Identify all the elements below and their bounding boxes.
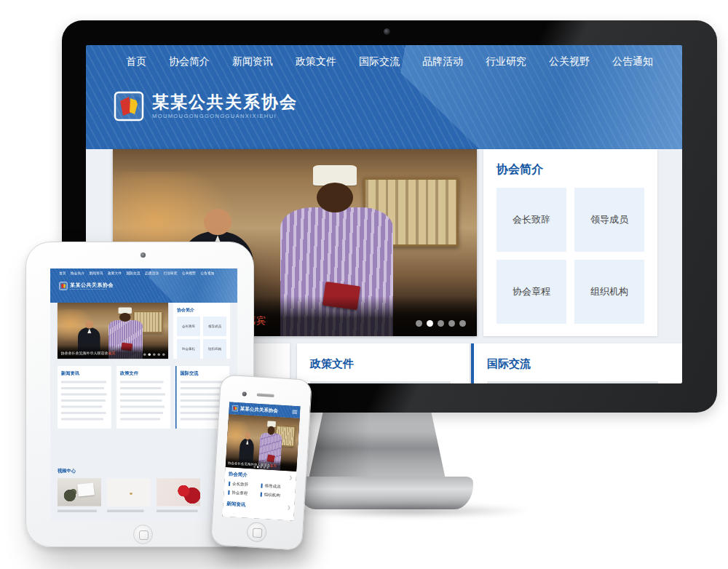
text-line (61, 394, 107, 396)
main-nav: 首页协会简介新闻资讯政策文件国际交流品牌活动行业研究公关视野公告通知 (86, 45, 682, 78)
nav-item[interactable]: 国际交流 (359, 55, 400, 68)
about-button[interactable]: 组织机构 (574, 260, 644, 324)
nav-item[interactable]: 行业研究 (164, 271, 178, 276)
nav-item[interactable]: 行业研究 (486, 55, 526, 68)
site-title: 某某公共关系协会 (152, 93, 298, 111)
about-button[interactable]: 协会章程 (496, 260, 566, 324)
nav-item[interactable]: 协会简介 (71, 271, 84, 276)
tablet-video-section: 视频中心 (58, 467, 230, 512)
phone-device: 某某公共关系协会 协会会长会见海外华人联谊会嘉宾 协会简介 ❯ 会长致辞领导成员… (210, 374, 312, 550)
about-button[interactable]: 领导成员 (203, 317, 226, 336)
tablet-home-button[interactable] (133, 525, 153, 544)
carousel-dot[interactable] (416, 320, 422, 327)
carousel-dot[interactable] (459, 320, 466, 327)
phone-about-item[interactable]: 组织机构 (261, 492, 291, 499)
carousel-dots (416, 320, 466, 327)
phone-about-item[interactable]: 会长致辞 (229, 481, 259, 488)
tablet-nav: 首页协会简介新闻资讯政策文件国际交流品牌活动行业研究公关视野公告通知 (50, 268, 237, 278)
tablet-news-column: 新闻资讯 (58, 366, 111, 429)
text-line (181, 399, 223, 402)
logo-icon (113, 90, 145, 122)
nav-item[interactable]: 公关视野 (549, 55, 590, 68)
carousel-dot[interactable] (253, 466, 256, 468)
tablet-screen: 首页协会简介新闻资讯政策文件国际交流品牌活动行业研究公关视野公告通知 某某公共关… (50, 268, 237, 522)
about-button[interactable]: 协会章程 (177, 339, 200, 359)
nav-item[interactable]: 公关视野 (182, 271, 196, 276)
nav-item[interactable]: 首页 (59, 271, 66, 276)
carousel-dot[interactable] (257, 466, 259, 469)
text-line (120, 406, 165, 408)
carousel-dot[interactable] (266, 467, 269, 469)
phone-about-item[interactable]: 协会章程 (228, 490, 258, 497)
nav-item[interactable]: 新闻资讯 (232, 55, 273, 68)
video-caption-line (58, 510, 97, 513)
nav-item[interactable]: 品牌活动 (422, 55, 463, 68)
carousel-dot[interactable] (427, 320, 433, 327)
about-button[interactable]: 会长致辞 (496, 188, 566, 252)
carousel-dot[interactable] (153, 354, 156, 357)
video-thumbnail[interactable] (58, 479, 101, 506)
phone-screen: 某某公共关系协会 协会会长会见海外华人联谊会嘉宾 协会简介 ❯ 会长致辞领导成员… (222, 402, 300, 521)
page: { "site": { "nav": ["首页","协会简介","新闻资讯","… (0, 0, 728, 569)
site-logo[interactable]: 某某公共关系协会 MOUMOUGONGGONGGUANXIXIEHUI (113, 90, 298, 122)
carousel-dot[interactable] (438, 320, 444, 327)
video-caption-line (157, 510, 197, 513)
about-buttons: 会长致辞领导成员协会章程组织机构 (496, 188, 644, 324)
about-button[interactable]: 领导成员 (574, 188, 644, 252)
tablet-site-logo[interactable]: 某某公共关系协会 MOUMOUGONGGONGGUANXIXIEHUI (59, 282, 114, 290)
text-line (181, 387, 225, 389)
nav-item[interactable]: 首页 (126, 55, 146, 68)
carousel-dot[interactable] (448, 320, 455, 327)
nav-item[interactable]: 公告通知 (201, 271, 215, 276)
webcam-icon (384, 28, 390, 35)
phone-home-button[interactable] (246, 522, 267, 543)
phone-carousel[interactable]: 协会会长会见海外华人联谊会嘉宾 (226, 414, 300, 471)
policy-panel: 政策文件 (297, 343, 470, 383)
carousel-dot[interactable] (148, 354, 151, 357)
tablet-about-panel: 协会简介 会长致辞领导成员协会章程组织机构 (173, 303, 230, 359)
video-thumbnail[interactable] (107, 479, 151, 506)
phone-about-item[interactable]: 领导成员 (261, 483, 291, 490)
tablet-columns: 新闻资讯 政策文件 国际交流 (58, 366, 230, 429)
phone-site-title: 某某公共关系协会 (240, 405, 278, 414)
carousel-dot[interactable] (260, 466, 262, 469)
nav-item[interactable]: 品牌活动 (145, 271, 159, 276)
monitor-shadow (285, 504, 533, 518)
nav-item[interactable]: 协会简介 (169, 55, 210, 68)
hamburger-menu-icon[interactable] (292, 409, 297, 414)
text-line (61, 412, 106, 414)
carousel-dot[interactable] (157, 354, 160, 357)
text-line (310, 381, 451, 383)
tablet-carousel[interactable]: 协会会长会见海外华人联谊会嘉宾 (58, 303, 168, 359)
video-thumbnail[interactable] (157, 479, 200, 506)
nav-item[interactable]: 政策文件 (296, 55, 336, 68)
text-line (61, 387, 104, 389)
text-line (120, 399, 162, 402)
text-line (61, 406, 102, 408)
international-panel-title: 国际交流 (487, 357, 669, 371)
text-line (181, 406, 221, 408)
chevron-right-icon: ❯ (287, 505, 290, 510)
about-button[interactable]: 会长致辞 (177, 317, 200, 336)
tablet-site-body: 协会会长会见海外华人联谊会嘉宾 协会简介 会长致辞领导成员协会章程组织机构 新闻… (50, 303, 237, 522)
carousel-caption: 协会会长会见海外华人联谊会嘉宾 (58, 346, 168, 359)
text-line (120, 387, 161, 389)
phone-speaker (257, 393, 274, 397)
logo-icon (59, 282, 68, 290)
tablet-camera-icon (141, 252, 146, 258)
text-line (120, 381, 164, 383)
carousel-dot[interactable] (162, 354, 165, 357)
nav-item[interactable]: 国际交流 (127, 271, 141, 276)
carousel-dot[interactable] (143, 354, 146, 357)
logo-icon (232, 405, 239, 412)
video-caption-line (107, 510, 143, 513)
about-button[interactable]: 组织机构 (203, 339, 226, 359)
nav-item[interactable]: 新闻资讯 (90, 271, 103, 276)
text-line (487, 381, 658, 383)
nav-item[interactable]: 政策文件 (108, 271, 122, 276)
carousel-dot[interactable] (264, 466, 266, 469)
video-section-title: 视频中心 (58, 469, 76, 474)
nav-item[interactable]: 公告通知 (612, 55, 653, 68)
phone-camera-icon (242, 391, 247, 396)
text-line (181, 418, 221, 421)
